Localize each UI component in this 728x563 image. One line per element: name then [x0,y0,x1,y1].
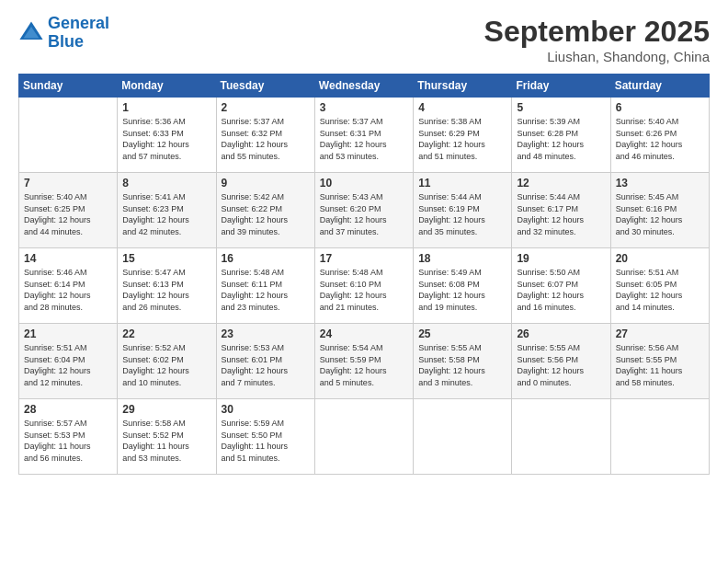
daylight-minutes: and 55 minutes. [222,151,310,163]
table-row: 13Sunrise: 5:45 AMSunset: 6:16 PMDayligh… [610,173,709,248]
sunset-text: Sunset: 6:14 PM [24,279,112,291]
col-thursday: Thursday [414,75,512,98]
calendar-header-row: Sunday Monday Tuesday Wednesday Thursday… [19,75,710,98]
sunrise-text: Sunrise: 5:44 AM [418,191,506,203]
cell-info: Sunrise: 5:47 AMSunset: 6:13 PMDaylight:… [122,267,210,313]
daylight-minutes: and 16 minutes. [517,302,605,314]
table-row: 19Sunrise: 5:50 AMSunset: 6:07 PMDayligh… [512,248,610,324]
sunset-text: Sunset: 6:22 PM [222,203,310,215]
sunset-text: Sunset: 5:58 PM [418,354,506,366]
sunset-text: Sunset: 6:07 PM [517,279,605,291]
sunrise-text: Sunrise: 5:57 AM [24,418,112,430]
table-row [512,399,610,475]
logo-blue: Blue [48,33,109,52]
daylight-text: Daylight: 12 hours [122,290,210,302]
logo-general: General [48,14,109,32]
table-row: 15Sunrise: 5:47 AMSunset: 6:13 PMDayligh… [118,248,216,324]
daylight-minutes: and 42 minutes. [122,226,210,238]
sunrise-text: Sunrise: 5:50 AM [517,267,605,279]
cell-info: Sunrise: 5:36 AMSunset: 6:33 PMDaylight:… [122,116,210,162]
cell-date: 14 [24,252,112,265]
daylight-minutes: and 39 minutes. [222,226,310,238]
sunset-text: Sunset: 6:13 PM [122,279,210,291]
cell-info: Sunrise: 5:38 AMSunset: 6:29 PMDaylight:… [418,116,506,162]
sunset-text: Sunset: 6:11 PM [222,279,310,291]
sunset-text: Sunset: 6:28 PM [517,128,605,140]
cell-info: Sunrise: 5:46 AMSunset: 6:14 PMDaylight:… [24,267,112,313]
col-wednesday: Wednesday [314,75,413,98]
table-row: 3Sunrise: 5:37 AMSunset: 6:31 PMDaylight… [314,98,413,173]
cell-info: Sunrise: 5:59 AMSunset: 5:50 PMDaylight:… [222,418,310,464]
page: General Blue September 2025 Liushan, Sha… [0,0,728,563]
cell-date: 26 [517,327,605,340]
sunrise-text: Sunrise: 5:55 AM [418,342,506,354]
sunrise-text: Sunrise: 5:48 AM [320,267,408,279]
table-row: 22Sunrise: 5:52 AMSunset: 6:02 PMDayligh… [118,324,216,399]
cell-date: 12 [517,177,605,190]
cell-info: Sunrise: 5:41 AMSunset: 6:23 PMDaylight:… [122,191,210,237]
calendar-table: Sunday Monday Tuesday Wednesday Thursday… [18,74,710,475]
cell-date: 13 [616,177,704,190]
cell-date: 24 [320,327,408,340]
table-row: 5Sunrise: 5:39 AMSunset: 6:28 PMDaylight… [512,98,610,173]
cell-info: Sunrise: 5:37 AMSunset: 6:31 PMDaylight:… [320,116,408,162]
daylight-text: Daylight: 12 hours [122,214,210,226]
table-row: 23Sunrise: 5:53 AMSunset: 6:01 PMDayligh… [216,324,314,399]
daylight-minutes: and 48 minutes. [517,151,605,163]
cell-info: Sunrise: 5:40 AMSunset: 6:25 PMDaylight:… [24,191,112,237]
cell-date: 17 [320,252,408,265]
col-saturday: Saturday [610,75,709,98]
cell-date: 15 [122,252,210,265]
table-row: 1Sunrise: 5:36 AMSunset: 6:33 PMDaylight… [118,98,216,173]
table-row: 28Sunrise: 5:57 AMSunset: 5:53 PMDayligh… [19,399,118,475]
calendar-week-1: 1Sunrise: 5:36 AMSunset: 6:33 PMDaylight… [19,98,710,173]
table-row [19,98,118,173]
table-row: 29Sunrise: 5:58 AMSunset: 5:52 PMDayligh… [118,399,216,475]
sunset-text: Sunset: 6:26 PM [616,128,704,140]
cell-date: 11 [418,177,506,190]
daylight-text: Daylight: 12 hours [517,290,605,302]
calendar-week-3: 14Sunrise: 5:46 AMSunset: 6:14 PMDayligh… [19,248,710,324]
daylight-minutes: and 12 minutes. [24,377,112,389]
cell-info: Sunrise: 5:52 AMSunset: 6:02 PMDaylight:… [122,342,210,388]
calendar-week-4: 21Sunrise: 5:51 AMSunset: 6:04 PMDayligh… [19,324,710,399]
cell-date: 25 [418,327,506,340]
cell-info: Sunrise: 5:54 AMSunset: 5:59 PMDaylight:… [320,342,408,388]
sunset-text: Sunset: 6:20 PM [320,203,408,215]
daylight-text: Daylight: 12 hours [418,214,506,226]
sunset-text: Sunset: 6:05 PM [616,279,704,291]
sunrise-text: Sunrise: 5:48 AM [222,267,310,279]
daylight-minutes: and 44 minutes. [24,226,112,238]
daylight-minutes: and 51 minutes. [418,151,506,163]
daylight-minutes: and 58 minutes. [616,377,704,389]
table-row: 10Sunrise: 5:43 AMSunset: 6:20 PMDayligh… [314,173,413,248]
sunrise-text: Sunrise: 5:43 AM [320,191,408,203]
cell-info: Sunrise: 5:56 AMSunset: 5:55 PMDaylight:… [616,342,704,388]
daylight-text: Daylight: 12 hours [616,139,704,151]
daylight-text: Daylight: 12 hours [320,290,408,302]
location: Liushan, Shandong, China [484,49,710,64]
sunrise-text: Sunrise: 5:39 AM [517,116,605,128]
sunset-text: Sunset: 5:50 PM [222,430,310,442]
daylight-minutes: and 3 minutes. [418,377,506,389]
daylight-minutes: and 5 minutes. [320,377,408,389]
col-tuesday: Tuesday [216,75,314,98]
sunset-text: Sunset: 6:31 PM [320,128,408,140]
cell-date: 4 [418,101,506,114]
table-row [314,399,413,475]
calendar-week-2: 7Sunrise: 5:40 AMSunset: 6:25 PMDaylight… [19,173,710,248]
sunset-text: Sunset: 6:08 PM [418,279,506,291]
daylight-minutes: and 56 minutes. [24,453,112,465]
sunrise-text: Sunrise: 5:53 AM [222,342,310,354]
cell-info: Sunrise: 5:39 AMSunset: 6:28 PMDaylight:… [517,116,605,162]
sunset-text: Sunset: 6:01 PM [222,354,310,366]
cell-info: Sunrise: 5:37 AMSunset: 6:32 PMDaylight:… [222,116,310,162]
daylight-text: Daylight: 12 hours [320,214,408,226]
daylight-text: Daylight: 12 hours [616,290,704,302]
cell-date: 8 [122,177,210,190]
sunrise-text: Sunrise: 5:44 AM [517,191,605,203]
logo-text: General Blue [48,15,109,52]
cell-date: 6 [616,101,704,114]
sunrise-text: Sunrise: 5:46 AM [24,267,112,279]
daylight-text: Daylight: 12 hours [418,290,506,302]
